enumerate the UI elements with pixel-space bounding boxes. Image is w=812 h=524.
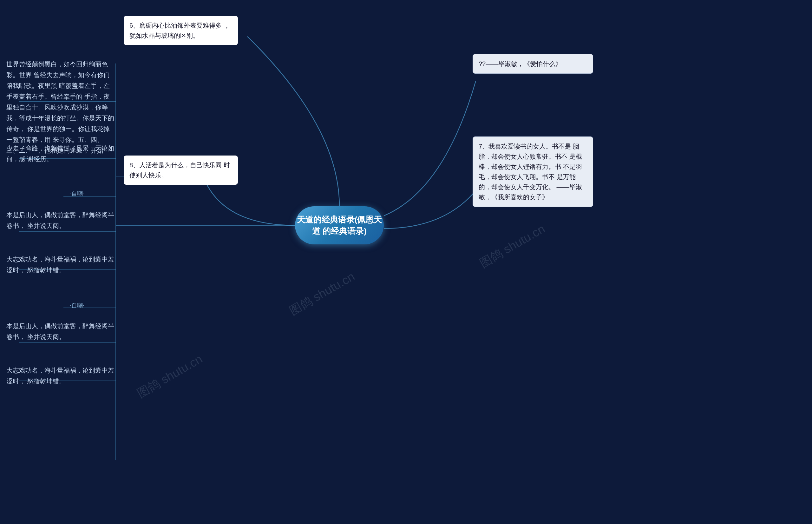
left-node-4-text: 本是后山人，偶做前堂客，醉舞经阁半卷书， 坐井说天阔。 bbox=[6, 211, 114, 229]
left-node-7-text: 本是后山人，偶做前堂客，醉舞经阁半卷书， 坐井说天阔。 bbox=[6, 323, 114, 340]
mind-map: 天道的经典语录(佩恩天道 的经典语录) 6、磨砺内心比油饰外表要难得多 ，犹如水… bbox=[0, 0, 812, 524]
right-node-1-text: ??——毕淑敏，《爱怕什么》 bbox=[479, 60, 562, 67]
connectors bbox=[0, 0, 812, 524]
center-label: 天道的经典语录(佩恩天道 的经典语录) bbox=[295, 214, 384, 237]
self-mock-1-text: ·自嘲· bbox=[70, 191, 84, 197]
left-node-5-text: 大志戏功名，海斗量福祸，论到囊中羞涩时， 怒指乾坤错。 bbox=[6, 256, 114, 274]
left-node-8b-text: 大志戏功名，海斗量福祸，论到囊中羞涩时， 怒指乾坤错。 bbox=[6, 367, 114, 385]
right-node-1: ??——毕淑敏，《爱怕什么》 bbox=[473, 54, 593, 73]
left-node-1: 世界曾经颠倒黑白，如今回归绚丽色彩。世界 曾经失去声响，如今有你们陪我唱歌。夜里… bbox=[6, 59, 114, 156]
left-node-1-text: 世界曾经颠倒黑白，如今回归绚丽色彩。世界 曾经失去声响，如今有你们陪我唱歌。夜里… bbox=[6, 61, 114, 154]
left-node-7: 本是后山人，偶做前堂客，醉舞经阁半卷书， 坐井说天阔。 bbox=[6, 321, 114, 342]
self-mock-2-text: ·自嘲· bbox=[70, 302, 84, 309]
left-node-8b: 大志戏功名，海斗量福祸，论到囊中羞涩时， 怒指乾坤错。 bbox=[6, 365, 114, 387]
top-node-text: 6、磨砺内心比油饰外表要难得多 ，犹如水晶与玻璃的区别。 bbox=[130, 22, 230, 39]
center-node: 天道的经典语录(佩恩天道 的经典语录) bbox=[295, 206, 384, 244]
self-mock-1: ·自嘲· bbox=[70, 190, 84, 197]
left-node-5: 大志戏功名，海斗量福祸，论到囊中羞涩时， 怒指乾坤错。 bbox=[6, 254, 114, 276]
node8-text: 8、人活着是为什么，自己快乐同 时使别人快乐。 bbox=[130, 162, 230, 179]
top-rect-node: 6、磨砺内心比油饰外表要难得多 ，犹如水晶与玻璃的区别。 bbox=[124, 16, 238, 45]
right-node-2-text: 7、我喜欢爱读书的女人。书不是 胭脂，却会使女人心颜常驻。书不 是棍棒，却会使女… bbox=[479, 143, 582, 201]
right-node-2: 7、我喜欢爱读书的女人。书不是 胭脂，却会使女人心颜常驻。书不 是棍棒，却会使女… bbox=[473, 136, 593, 207]
node8-rect: 8、人活着是为什么，自己快乐同 时使别人快乐。 bbox=[124, 155, 238, 185]
self-mock-2: ·自嘲· bbox=[70, 301, 84, 309]
left-node-2-text: 少走了弯路，也就错过了风景，无论如何，感 谢经历。 bbox=[6, 145, 114, 163]
left-node-2: 少走了弯路，也就错过了风景，无论如何，感 谢经历。 bbox=[6, 143, 114, 164]
left-node-4: 本是后山人，偶做前堂客，醉舞经阁半卷书， 坐井说天阔。 bbox=[6, 210, 114, 231]
